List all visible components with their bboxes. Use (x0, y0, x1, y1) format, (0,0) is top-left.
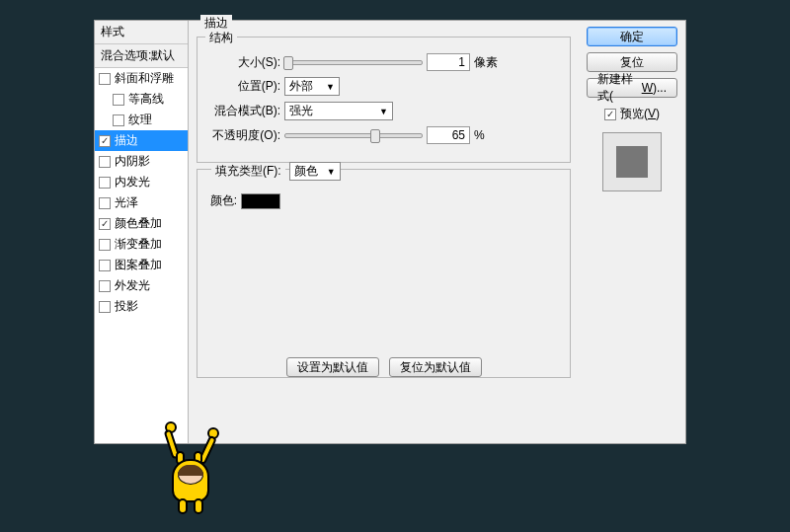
style-checkbox[interactable] (113, 114, 124, 126)
style-checkbox[interactable] (99, 239, 111, 251)
chevron-down-icon: ▼ (326, 82, 335, 92)
blendmode-label: 混合模式(B): (207, 103, 280, 119)
blendmode-row: 混合模式(B): 强光▼ (207, 102, 560, 120)
size-unit: 像素 (474, 54, 498, 71)
style-label: 内阴影 (115, 153, 150, 170)
style-checkbox[interactable] (99, 197, 111, 209)
style-item-8[interactable]: 渐变叠加 (95, 234, 188, 255)
style-label: 光泽 (115, 194, 138, 211)
style-label: 等高线 (128, 91, 164, 108)
styles-column: 样式 混合选项:默认 斜面和浮雕等高线纹理描边内阴影内发光光泽颜色叠加渐变叠加图… (95, 21, 189, 443)
mascot-icon (158, 429, 227, 528)
style-checkbox[interactable] (99, 73, 111, 85)
blend-options-item[interactable]: 混合选项:默认 (95, 44, 188, 68)
style-checkbox[interactable] (99, 135, 111, 147)
style-label: 斜面和浮雕 (115, 70, 174, 87)
style-item-10[interactable]: 外发光 (95, 275, 188, 296)
preview-checkbox[interactable] (604, 109, 616, 120)
opacity-unit: % (474, 128, 485, 142)
reset-default-button[interactable]: 复位为默认值 (389, 357, 482, 377)
set-default-button[interactable]: 设置为默认值 (286, 357, 379, 377)
position-select[interactable]: 外部▼ (284, 77, 340, 96)
style-list: 斜面和浮雕等高线纹理描边内阴影内发光光泽颜色叠加渐变叠加图案叠加外发光投影 (95, 68, 188, 443)
style-item-5[interactable]: 内发光 (95, 172, 188, 192)
style-checkbox[interactable] (99, 218, 111, 230)
color-row: 颜色: (207, 192, 560, 209)
layer-style-dialog: 样式 混合选项:默认 斜面和浮雕等高线纹理描边内阴影内发光光泽颜色叠加渐变叠加图… (94, 20, 686, 444)
color-label: 颜色: (207, 192, 237, 209)
style-checkbox[interactable] (99, 280, 111, 292)
style-item-11[interactable]: 投影 (95, 296, 188, 317)
opacity-input[interactable] (427, 126, 470, 144)
filltype-select[interactable]: 颜色▼ (289, 162, 341, 181)
style-item-4[interactable]: 内阴影 (95, 151, 188, 172)
size-row: 大小(S): 像素 (207, 53, 560, 71)
style-checkbox[interactable] (99, 156, 111, 168)
style-checkbox[interactable] (113, 94, 124, 106)
style-label: 渐变叠加 (115, 236, 162, 253)
opacity-row: 不透明度(O): % (207, 126, 560, 144)
style-label: 描边 (115, 132, 138, 149)
style-item-7[interactable]: 颜色叠加 (95, 213, 188, 234)
position-row: 位置(P): 外部▼ (207, 77, 560, 96)
style-checkbox[interactable] (99, 260, 111, 271)
opacity-slider[interactable] (284, 133, 423, 138)
size-input[interactable] (427, 53, 470, 71)
opacity-label: 不透明度(O): (207, 127, 280, 144)
filltype-label: 填充类型(F): (211, 163, 285, 180)
color-swatch[interactable] (241, 193, 280, 209)
size-label: 大小(S): (207, 54, 280, 71)
chevron-down-icon: ▼ (379, 107, 388, 116)
style-label: 投影 (115, 298, 138, 315)
style-label: 颜色叠加 (115, 215, 162, 232)
size-slider[interactable] (284, 60, 423, 65)
position-label: 位置(P): (207, 78, 280, 95)
fill-group: 填充类型(F): 颜色▼ 颜色: 设置为默认值 复位为默认值 (197, 169, 571, 378)
style-label: 内发光 (115, 174, 150, 190)
style-label: 外发光 (115, 277, 150, 294)
preview-swatch (616, 146, 648, 178)
style-item-1[interactable]: 等高线 (95, 89, 188, 110)
blendmode-select[interactable]: 强光▼ (284, 102, 393, 120)
slider-thumb-icon (370, 129, 380, 143)
style-label: 图案叠加 (115, 257, 162, 273)
style-item-0[interactable]: 斜面和浮雕 (95, 68, 188, 89)
structure-group: 结构 大小(S): 像素 位置(P): 外部▼ 混合模式(B): 强光▼ (197, 37, 571, 163)
style-checkbox[interactable] (99, 301, 111, 313)
preview-toggle[interactable]: 预览(V) (587, 106, 677, 122)
slider-thumb-icon (283, 56, 293, 70)
style-item-2[interactable]: 纹理 (95, 110, 188, 130)
ok-button[interactable]: 确定 (587, 27, 677, 46)
reset-button[interactable]: 复位 (587, 52, 677, 72)
preview-box (602, 132, 662, 191)
structure-legend: 结构 (205, 30, 237, 46)
styles-header: 样式 (95, 21, 188, 44)
settings-column: 描边 结构 大小(S): 像素 位置(P): 外部▼ 混合模式(B): (189, 21, 579, 443)
style-item-3[interactable]: 描边 (95, 130, 188, 151)
right-column: 确定 复位 新建样式(W)... 预览(V) (579, 21, 685, 443)
style-item-9[interactable]: 图案叠加 (95, 255, 188, 275)
style-label: 纹理 (128, 112, 152, 128)
chevron-down-icon: ▼ (327, 167, 336, 177)
style-checkbox[interactable] (99, 177, 111, 189)
style-item-6[interactable]: 光泽 (95, 192, 188, 213)
new-style-button[interactable]: 新建样式(W)... (587, 78, 677, 98)
